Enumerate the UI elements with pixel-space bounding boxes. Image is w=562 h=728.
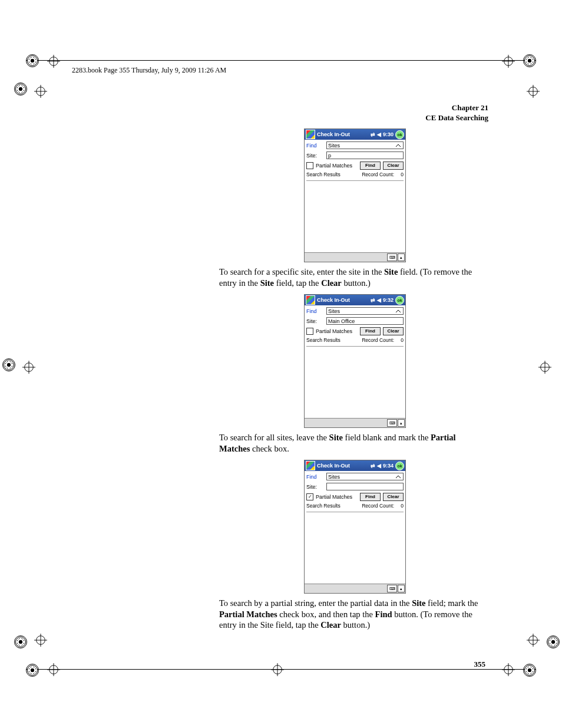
- keyboard-icon[interactable]: ⌨: [387, 253, 397, 261]
- crop-dot-icon: [26, 54, 39, 67]
- site-label: Site:: [306, 484, 324, 490]
- start-icon: [306, 461, 315, 470]
- running-header: 2283.book Page 355 Thursday, July 9, 200…: [72, 66, 226, 75]
- record-count-value: 0: [394, 172, 404, 177]
- ok-button[interactable]: ok: [395, 462, 404, 470]
- paragraph-1: To search for a specific site, enter the…: [219, 266, 487, 288]
- record-count-label: Record Count:: [362, 172, 394, 177]
- site-input[interactable]: [326, 317, 404, 325]
- ok-button[interactable]: ok: [395, 296, 404, 305]
- record-count-value: 0: [394, 337, 404, 343]
- partial-matches-checkbox[interactable]: [306, 162, 313, 169]
- screenshot-2: Check In-Out ⇄ ◀ 9:32 ok Find Sites Site…: [304, 294, 406, 428]
- partial-matches-label: Partial Matches: [316, 494, 352, 500]
- window-title: Check In-Out: [317, 131, 350, 137]
- sound-icon: ◀: [377, 131, 381, 137]
- crop-dot-icon: [523, 664, 536, 677]
- clear-button[interactable]: Clear: [383, 493, 404, 501]
- find-button[interactable]: Find: [360, 162, 381, 170]
- chapter-heading: Chapter 21 CE Data Searching: [425, 103, 488, 123]
- registration-mark-icon: [527, 634, 540, 647]
- find-label[interactable]: Find: [306, 308, 324, 314]
- search-results-label: Search Results: [306, 503, 340, 509]
- window-titlebar: Check In-Out ⇄ ◀ 9:30 ok: [305, 129, 405, 140]
- crop-dot-icon: [14, 635, 27, 648]
- find-select[interactable]: Sites: [326, 307, 404, 315]
- crop-dot-icon: [26, 664, 39, 677]
- find-button[interactable]: Find: [360, 327, 381, 335]
- window-title: Check In-Out: [317, 297, 350, 303]
- record-count-label: Record Count:: [362, 503, 394, 509]
- find-label[interactable]: Find: [306, 474, 324, 480]
- record-count-value: 0: [394, 503, 404, 509]
- registration-mark-icon: [502, 55, 515, 68]
- clock: 9:30: [383, 131, 394, 137]
- window-titlebar: Check In-Out ⇄ ◀ 9:32 ok: [305, 295, 405, 305]
- find-select[interactable]: Sites: [326, 473, 404, 480]
- bottom-bar: ⌨ ▴: [305, 418, 405, 427]
- screenshot-3: Check In-Out ⇄ ◀ 9:34 ok Find Sites Site…: [304, 460, 406, 594]
- window-titlebar: Check In-Out ⇄ ◀ 9:34 ok: [305, 460, 405, 471]
- signal-icon: ⇄: [371, 463, 375, 469]
- bottom-bar: ⌨ ▴: [305, 252, 405, 262]
- registration-mark-icon: [34, 634, 47, 647]
- registration-mark-icon: [34, 85, 47, 98]
- find-select[interactable]: Sites: [326, 141, 404, 149]
- signal-icon: ⇄: [371, 131, 375, 137]
- paragraph-2: To search for all sites, leave the Site …: [219, 432, 487, 454]
- window-title: Check In-Out: [317, 463, 350, 469]
- site-label: Site:: [306, 153, 324, 159]
- up-arrow-icon[interactable]: ▴: [398, 253, 405, 261]
- clock: 9:32: [383, 297, 394, 303]
- partial-matches-label: Partial Matches: [316, 163, 352, 169]
- signal-icon: ⇄: [371, 297, 375, 303]
- site-input[interactable]: [326, 483, 404, 490]
- start-icon: [306, 130, 315, 139]
- chapter-title: CE Data Searching: [425, 113, 488, 123]
- registration-mark-icon: [47, 663, 60, 676]
- crop-dot-icon: [14, 83, 27, 95]
- clear-button[interactable]: Clear: [383, 162, 404, 170]
- record-count-label: Record Count:: [362, 337, 394, 343]
- registration-mark-icon: [271, 663, 284, 676]
- results-list: [306, 180, 404, 251]
- registration-mark-icon: [47, 55, 60, 68]
- partial-matches-label: Partial Matches: [316, 328, 352, 334]
- clock: 9:34: [383, 463, 394, 469]
- registration-mark-icon: [502, 663, 515, 676]
- clear-button[interactable]: Clear: [383, 327, 404, 335]
- up-arrow-icon[interactable]: ▴: [398, 419, 405, 427]
- ok-button[interactable]: ok: [395, 130, 404, 139]
- find-button[interactable]: Find: [360, 493, 381, 501]
- partial-matches-checkbox[interactable]: [306, 328, 313, 335]
- crop-dot-icon: [523, 54, 536, 67]
- search-results-label: Search Results: [306, 172, 340, 177]
- page-number: 355: [474, 660, 486, 669]
- keyboard-icon[interactable]: ⌨: [387, 419, 397, 427]
- paragraph-3: To search by a partial string, enter the…: [219, 598, 487, 631]
- crop-dot-icon: [547, 635, 560, 648]
- results-list: [306, 512, 404, 582]
- partial-matches-checkbox[interactable]: ✓: [306, 493, 313, 500]
- bottom-bar: ⌨ ▴: [305, 584, 405, 593]
- registration-mark-icon: [538, 361, 551, 374]
- search-results-label: Search Results: [306, 337, 340, 343]
- find-label[interactable]: Find: [306, 143, 324, 149]
- crop-dot-icon: [2, 358, 15, 371]
- site-label: Site:: [306, 318, 324, 324]
- site-input[interactable]: [326, 151, 404, 159]
- registration-mark-icon: [527, 85, 540, 98]
- top-rule: [26, 60, 536, 61]
- sound-icon: ◀: [377, 463, 381, 469]
- start-icon: [306, 295, 315, 305]
- results-list: [306, 346, 404, 417]
- screenshot-1: Check In-Out ⇄ ◀ 9:30 ok Find Sites Site…: [304, 129, 406, 262]
- sound-icon: ◀: [377, 297, 381, 303]
- registration-mark-icon: [22, 361, 35, 374]
- chapter-number: Chapter 21: [425, 103, 488, 113]
- keyboard-icon[interactable]: ⌨: [387, 585, 397, 592]
- up-arrow-icon[interactable]: ▴: [398, 585, 405, 592]
